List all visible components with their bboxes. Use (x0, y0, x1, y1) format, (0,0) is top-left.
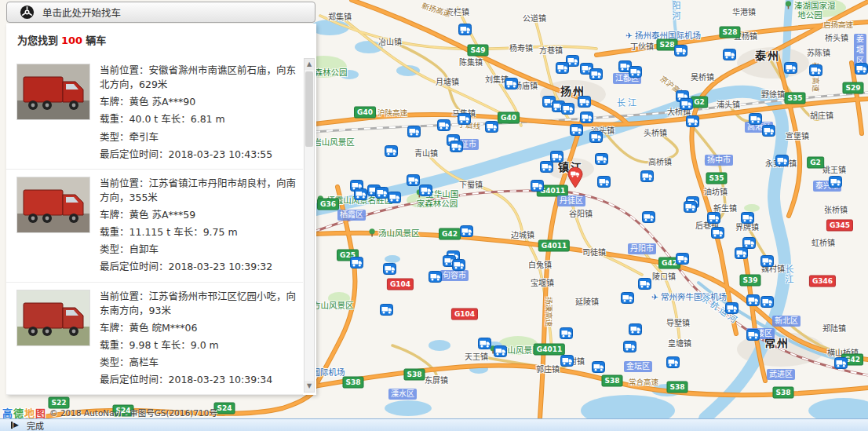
truck-marker[interactable] (642, 211, 655, 223)
vehicle-card[interactable]: 当前位置：安徽省滁州市南谯区前石庙，向东北方向，629米 车牌：黄色 苏A***… (6, 57, 303, 170)
truck-marker[interactable] (760, 296, 774, 308)
truck-marker[interactable] (592, 361, 605, 373)
vehicle-card[interactable]: 当前位置：江苏省扬州市邗江区忆园小吃，向东南方向，93米 车牌：黄色 皖M***… (6, 283, 303, 396)
truck-marker[interactable] (383, 263, 396, 275)
result-summary: 为您找到100辆车 (6, 24, 316, 51)
truck-marker[interactable] (485, 121, 498, 133)
truck-marker[interactable] (560, 327, 573, 339)
truck-marker[interactable] (437, 119, 450, 131)
road-shield-badge: S35 (784, 93, 805, 104)
vehicle-panel: 为您找到100辆车 当前位置：安徽省滁州市南谯区前石庙，向东北方向，629米 车… (6, 24, 316, 395)
vehicle-location: 当前位置：江苏省镇江市丹阳市胡良村，向南方向，355米 (100, 177, 300, 205)
town-label: 浦头镇 (717, 98, 740, 110)
city-label: 泰州 (755, 47, 780, 63)
town-label: 野徐镇 (761, 88, 785, 100)
truck-marker[interactable] (746, 294, 760, 306)
truck-marker[interactable] (666, 356, 680, 368)
truck-marker[interactable] (638, 278, 651, 290)
truck-marker[interactable] (762, 125, 775, 137)
list-scrollbar[interactable]: ▲ ▼ (304, 58, 315, 393)
truck-marker[interactable] (388, 192, 401, 203)
truck-marker[interactable] (784, 62, 797, 74)
scroll-thumb[interactable] (305, 71, 313, 147)
truck-marker[interactable] (676, 253, 689, 265)
truck-marker[interactable] (674, 45, 687, 57)
truck-marker[interactable] (725, 302, 739, 314)
town-label: 月塘镇 (436, 75, 459, 87)
truck-marker[interactable] (760, 255, 774, 267)
truck-marker[interactable] (531, 180, 544, 192)
truck-marker[interactable] (560, 355, 574, 367)
truck-marker[interactable] (735, 247, 748, 259)
road-shield-badge: G4011 (538, 240, 570, 252)
district-badge: 金坛区 (624, 361, 652, 372)
town-label: 冶山镇 (378, 35, 402, 47)
truck-marker[interactable] (629, 323, 642, 335)
truck-marker[interactable] (597, 176, 611, 188)
truck-marker[interactable] (458, 113, 471, 125)
truck-marker[interactable] (478, 338, 491, 349)
road-shield-badge: G2 (807, 157, 824, 169)
truck-marker[interactable] (707, 212, 720, 224)
truck-marker[interactable] (407, 126, 421, 137)
truck-marker[interactable] (711, 227, 724, 239)
district-badge: 丹徒区 (557, 195, 585, 206)
scroll-up-button[interactable]: ▲ (305, 59, 314, 70)
town-label: 司徒镇 (582, 246, 606, 258)
truck-marker[interactable] (723, 49, 736, 60)
town-label: 头桥镇 (644, 126, 667, 138)
find-vehicle-header[interactable]: 单击此处开始找车 (6, 2, 315, 23)
truck-marker[interactable] (680, 98, 693, 110)
truck-marker[interactable] (460, 225, 473, 237)
truck-marker[interactable] (561, 103, 574, 115)
truck-marker[interactable] (452, 259, 465, 271)
truck-marker[interactable] (429, 271, 442, 283)
truck-marker[interactable] (540, 161, 553, 173)
truck-marker[interactable] (686, 115, 699, 127)
truck-marker[interactable] (809, 64, 822, 76)
town-label: 皇塘镇 (668, 337, 691, 349)
truck-marker[interactable] (834, 357, 848, 369)
truck-marker[interactable] (580, 111, 593, 123)
truck-marker[interactable] (419, 184, 432, 196)
truck-marker[interactable] (458, 24, 472, 35)
truck-marker[interactable] (385, 145, 398, 157)
truck-marker[interactable] (375, 187, 388, 199)
town-label: 丁伙镇 (630, 40, 654, 52)
truck-marker[interactable] (570, 124, 583, 136)
truck-marker[interactable] (746, 329, 760, 341)
location-pin[interactable] (567, 166, 584, 188)
town-label: 谷阳镇 (569, 207, 593, 219)
vehicle-card[interactable]: 当前位置：江苏省镇江市丹阳市胡良村，向南方向，355米 车牌：黄色 苏A***5… (6, 170, 303, 283)
truck-marker[interactable] (684, 201, 697, 213)
road-name-label: 沪陕高速 (377, 107, 407, 118)
truck-marker[interactable] (623, 341, 636, 352)
truck-marker[interactable] (855, 63, 868, 75)
truck-marker[interactable] (578, 96, 591, 108)
truck-marker[interactable] (354, 188, 367, 200)
truck-marker[interactable] (829, 176, 842, 188)
truck-marker[interactable] (749, 113, 762, 125)
truck-marker[interactable] (350, 257, 363, 268)
truck-marker[interactable] (741, 212, 754, 224)
truck-marker[interactable] (640, 170, 654, 182)
road-shield-badge: G42 (439, 228, 461, 240)
truck-marker[interactable] (621, 292, 634, 304)
truck-marker[interactable] (450, 141, 463, 152)
truck-marker[interactable] (556, 62, 569, 74)
copyright-text: © 2018 AutoNavi - 审图号GS(2016)710号 (49, 407, 217, 418)
truck-marker[interactable] (595, 153, 608, 165)
truck-marker[interactable] (589, 131, 603, 143)
vehicle-photo (16, 290, 90, 346)
truck-marker[interactable] (589, 68, 603, 80)
truck-marker[interactable] (505, 78, 518, 89)
water-label: 长江 (617, 96, 639, 108)
truck-marker[interactable] (407, 174, 420, 186)
truck-marker[interactable] (629, 66, 642, 78)
road-shield-badge: S38 (342, 377, 363, 389)
truck-marker[interactable] (380, 304, 393, 316)
truck-marker[interactable] (494, 345, 507, 357)
truck-marker[interactable] (775, 155, 789, 166)
town-label: 吴桥镇 (691, 71, 714, 82)
scroll-down-button[interactable]: ▼ (305, 381, 314, 392)
